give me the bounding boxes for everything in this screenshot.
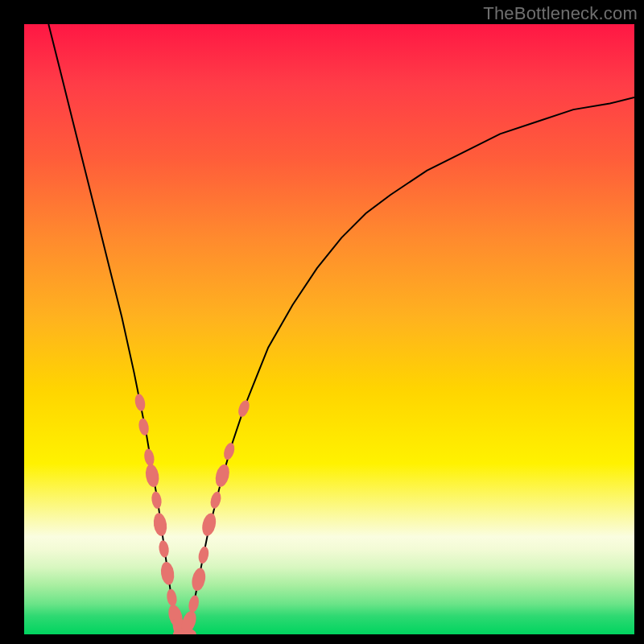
curve-marker — [222, 442, 237, 461]
curve-marker — [188, 594, 200, 613]
curve-marker — [144, 463, 161, 488]
curve-marker — [158, 539, 170, 558]
curve-marker — [213, 463, 232, 489]
bottleneck-curve — [48, 24, 634, 634]
bottleneck-chart — [24, 24, 634, 634]
chart-frame: TheBottleneck.com — [0, 0, 644, 644]
curve-marker — [151, 491, 163, 510]
curve-marker — [190, 567, 207, 592]
curve-marker — [134, 393, 147, 412]
curve-marker — [143, 448, 156, 467]
plot-area — [24, 24, 634, 634]
curve-marker — [152, 512, 168, 537]
curve-marker — [138, 418, 151, 436]
curve-marker — [166, 588, 178, 607]
curve-marker — [197, 546, 210, 565]
curve-marker — [208, 490, 222, 510]
curve-marker — [159, 561, 175, 586]
marker-group — [134, 393, 251, 634]
watermark-text: TheBottleneck.com — [483, 3, 638, 24]
curve-marker — [237, 398, 252, 418]
curve-marker — [200, 512, 218, 538]
